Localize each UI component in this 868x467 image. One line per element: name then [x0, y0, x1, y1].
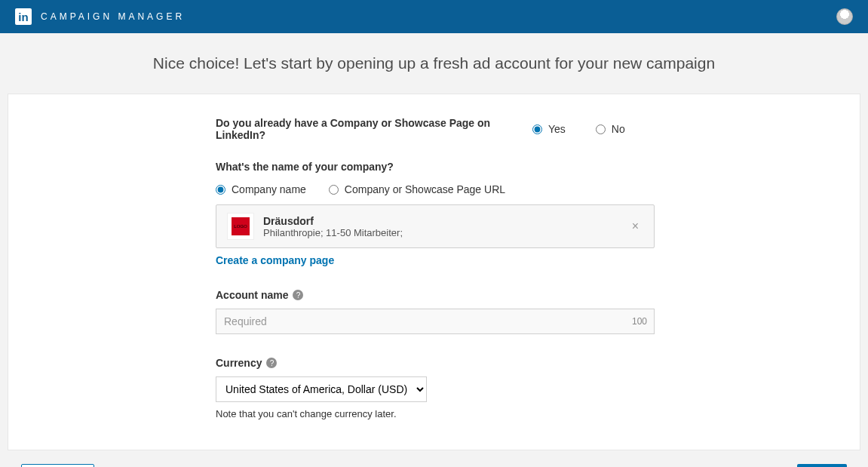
- company-name: Dräusdorf: [263, 215, 618, 227]
- currency-label: Currency: [216, 357, 262, 369]
- currency-note: Note that you can't change currency late…: [216, 408, 655, 419]
- selected-company-card: LOGO Dräusdorf Philanthropie; 11-50 Mita…: [216, 204, 655, 248]
- account-name-label: Account name: [216, 289, 288, 301]
- radio-company-url-input[interactable]: [329, 185, 339, 195]
- account-name-input[interactable]: [216, 309, 655, 334]
- previous-button[interactable]: ‹ Previous: [21, 464, 94, 467]
- radio-company-url[interactable]: Company or Showcase Page URL: [329, 183, 505, 195]
- company-logo: LOGO: [227, 213, 254, 240]
- currency-select[interactable]: United States of America, Dollar (USD): [216, 376, 427, 402]
- linkedin-logo-icon: in: [15, 8, 32, 25]
- radio-no-input[interactable]: [596, 124, 606, 134]
- question-has-page: Do you already have a Company or Showcas…: [216, 117, 532, 141]
- next-button[interactable]: Next ›: [797, 464, 847, 467]
- radio-yes[interactable]: Yes: [532, 123, 566, 135]
- clear-company-icon[interactable]: ×: [627, 220, 643, 233]
- radio-yes-label: Yes: [548, 123, 566, 135]
- radio-company-name[interactable]: Company name: [216, 183, 306, 195]
- create-company-link[interactable]: Create a company page: [216, 254, 334, 266]
- radio-company-name-input[interactable]: [216, 185, 225, 195]
- radio-company-url-label: Company or Showcase Page URL: [345, 183, 505, 195]
- company-meta: Philanthropie; 11-50 Mitarbeiter;: [263, 227, 618, 238]
- char-count: 100: [632, 316, 647, 327]
- question-company-name: What's the name of your company?: [216, 161, 655, 173]
- app-title: CAMPAIGN MANAGER: [41, 11, 185, 22]
- radio-yes-input[interactable]: [532, 124, 542, 134]
- help-icon[interactable]: ?: [266, 358, 277, 368]
- radio-company-name-label: Company name: [232, 183, 306, 195]
- radio-no[interactable]: No: [596, 123, 625, 135]
- avatar[interactable]: [836, 8, 853, 25]
- help-icon[interactable]: ?: [293, 290, 303, 300]
- page-title: Nice choice! Let's start by opening up a…: [8, 41, 860, 94]
- radio-no-label: No: [612, 123, 625, 135]
